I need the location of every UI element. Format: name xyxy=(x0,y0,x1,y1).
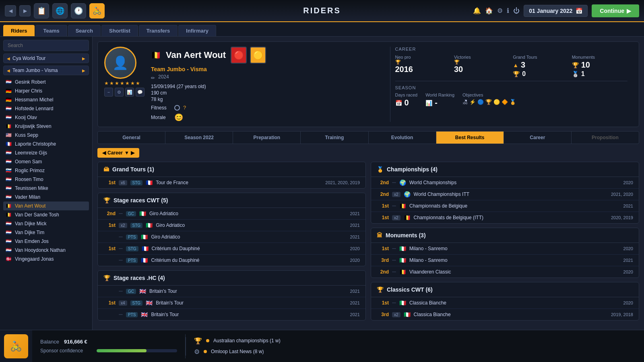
year: 2021 xyxy=(623,204,633,208)
rider-item-van-der-sande-tosh[interactable]: 🇧🇪Van Der Sande Tosh xyxy=(3,210,89,219)
result-row: 1st 🇧🇪 Championnats de Belgique 2021 xyxy=(371,200,639,212)
info-icon[interactable]: ℹ xyxy=(507,7,509,14)
rider-item-roglic-primoz[interactable]: 🇸🇮Roglic Primoz xyxy=(3,166,89,175)
flag: 🇮🇹 xyxy=(141,234,148,240)
action-minus[interactable]: − xyxy=(104,88,113,97)
sidebar: ◀ Cya World Tour ▶ ◀ Team Jumbo - Visma … xyxy=(0,37,93,330)
tab-season-2022[interactable]: Season 2022 xyxy=(165,132,233,144)
result-row: 2nd 🇧🇪 Vlaanderen Classic 2020 xyxy=(371,266,639,278)
clock-icon[interactable]: 🕐 xyxy=(71,3,86,19)
rider-item-van-dijke-mick[interactable]: 🇳🇱Van Dijke Mick xyxy=(3,219,89,228)
result-row: 1st x2 🇧🇪 Championnats de Belgique (ITT)… xyxy=(371,212,639,223)
home-icon[interactable]: 🏠 xyxy=(485,7,493,14)
type: PTS xyxy=(126,312,138,317)
news-trophy-icon: 🏆 xyxy=(194,337,202,345)
rider-item-roosen-timo[interactable]: 🇳🇱Roosen Timo xyxy=(3,175,89,184)
tab-preparation[interactable]: Preparation xyxy=(233,132,301,144)
action-chat[interactable]: 💬 xyxy=(136,88,144,97)
star-7: ★ xyxy=(136,80,140,86)
riders-icon[interactable]: 🚴 xyxy=(89,3,105,19)
rider-item-harper-chris[interactable]: 🇩🇪Harper Chris xyxy=(3,86,89,95)
championships-icon: 🏅 xyxy=(377,166,384,173)
rider-item-kooij-olav[interactable]: 🇳🇱Kooij Olav xyxy=(3,113,89,122)
globe-icon[interactable]: 🌐 xyxy=(52,3,68,19)
page-tabs: General Season 2022 Preparation Training… xyxy=(97,131,639,144)
rider-item-hofstede-lennard[interactable]: 🇳🇱Hofstede Lennard xyxy=(3,104,89,113)
tab-career[interactable]: Career xyxy=(504,132,572,144)
gear-icon[interactable]: ⚙ xyxy=(497,7,503,14)
tdf-flag: 🇫🇷 xyxy=(146,179,153,186)
monuments-title: Monuments (3) xyxy=(386,232,426,239)
career-filter-button[interactable]: ◀ Career ▼ ▶ xyxy=(97,148,139,158)
days-raced-stat: Days raced 📅 0 xyxy=(395,93,418,107)
monuments-label: Monuments xyxy=(572,55,627,60)
career-filter-label: Career xyxy=(107,150,123,156)
news-dot-1 xyxy=(206,339,209,342)
badge xyxy=(119,237,123,237)
rider-item-kruijswijk-steven[interactable]: 🇧🇪Kruijswijk Steven xyxy=(3,122,89,131)
rider-item-laporte-christophe[interactable]: 🇫🇷Laporte Christophe xyxy=(3,140,89,148)
rider-item-vader-milan[interactable]: 🇳🇱Vader Milan xyxy=(3,193,89,202)
stage-hc-title: Stage races .HC (4) xyxy=(114,275,165,281)
rider-name: Kruijswijk Steven xyxy=(15,123,52,129)
tab-best-results[interactable]: Best Results xyxy=(436,132,504,144)
pos: 1st xyxy=(103,246,116,251)
rider-item-oomen-sam[interactable]: 🇳🇱Oomen Sam xyxy=(3,157,89,166)
nav-forward-button[interactable]: ▶ xyxy=(19,5,31,16)
tab-transfers[interactable]: Transfers xyxy=(139,25,178,36)
tdf-badge: x6 xyxy=(119,180,127,185)
tab-infirmary[interactable]: Infirmary xyxy=(178,25,216,36)
rider-item-van-dijke-tim[interactable]: 🇳🇱Van Dijke Tim xyxy=(3,228,89,237)
flag: 🇫🇷 xyxy=(142,245,149,252)
tab-shortlist[interactable]: Shortlist xyxy=(101,25,138,36)
jersey-1: 🔴 xyxy=(231,47,247,64)
name: World Championships xyxy=(409,180,620,185)
menu-icon[interactable]: 📋 xyxy=(34,3,49,19)
result-row: 1st x4 STG 🇬🇧 Britain's Tour 2021 xyxy=(98,297,365,309)
rider-item-vingegaard-jonas[interactable]: 🇩🇰Vingegaard Jonas xyxy=(3,255,89,263)
nav-back-button[interactable]: ◀ xyxy=(5,5,16,16)
grand-tours-2: 0 xyxy=(522,70,526,78)
filter-team[interactable]: ◀ Team Jumbo - Visma ▶ xyxy=(3,66,89,75)
morale-indicator: 😊 xyxy=(174,113,183,122)
career-monuments: Monuments 🏆 10 🥈 1 xyxy=(572,55,627,78)
tab-search[interactable]: Search xyxy=(68,25,101,36)
tab-teams[interactable]: Teams xyxy=(35,25,67,36)
morale-label: Morale xyxy=(151,115,171,120)
rider-item-kuss-sepp[interactable]: 🇺🇸Kuss Sepp xyxy=(3,131,89,140)
calendar-icon[interactable]: 📅 xyxy=(576,8,582,14)
power-icon[interactable]: ⏻ xyxy=(513,7,520,14)
continue-button[interactable]: Continue ▶ xyxy=(592,4,639,17)
tab-training[interactable]: Training xyxy=(301,132,368,144)
rider-item-van-aert-wout[interactable]: 🇧🇪Van Aert Wout xyxy=(3,202,89,210)
name: Giro Adriatico xyxy=(149,211,347,216)
rider-item-van-hooydonck-nathan[interactable]: 🇳🇱Van Hooydonck Nathan xyxy=(3,246,89,255)
name: Britain's Tour xyxy=(156,300,347,306)
name: Championnats de Belgique xyxy=(409,203,620,209)
rider-item-teunissen-mike[interactable]: 🇳🇱Teunissen Mike xyxy=(3,184,89,193)
stage-hc-section: 🏆 Stage races .HC (4) GC 🇬🇧 Britain's To… xyxy=(97,270,366,321)
rider-item-van-emden-jos[interactable]: 🇳🇱Van Emden Jos xyxy=(3,237,89,246)
flag: 🇮🇹 xyxy=(404,311,411,318)
career-stats-grid: Neo pro 🏆 2016 Victories 🏆 30 Grand Tour… xyxy=(395,55,628,78)
jersey-icons: 🔴 🟡 xyxy=(231,47,266,64)
tab-evolution[interactable]: Evolution xyxy=(369,132,436,144)
rider-item-gesink-robert[interactable]: 🇳🇱Gesink Robert xyxy=(3,78,89,86)
filter-world-tour[interactable]: ◀ Cya World Tour ▶ xyxy=(3,53,89,63)
tab-general[interactable]: General xyxy=(98,132,165,144)
year: 2021 xyxy=(350,312,360,317)
star-4: ★ xyxy=(120,80,124,86)
search-input[interactable] xyxy=(3,40,89,51)
bell-icon[interactable]: 🔔 xyxy=(473,7,481,14)
rider-name: Van Aert Wout xyxy=(166,50,226,60)
name: Britain's Tour xyxy=(151,312,347,317)
rider-info: 🇧🇪 Van Aert Wout 🔴 🟡 Team Jumbo - Visma … xyxy=(151,47,384,122)
action-settings[interactable]: ⚙ xyxy=(115,88,124,97)
action-stats[interactable]: 📊 xyxy=(125,88,134,97)
rider-item-leemreize-gijs[interactable]: 🇳🇱Leemreize Gijs xyxy=(3,148,89,157)
result-row: PTS 🇬🇧 Britain's Tour 2021 xyxy=(98,309,365,320)
tab-riders[interactable]: Riders xyxy=(3,25,35,36)
year: 2020, 2019 xyxy=(611,215,633,220)
rider-item-hessmann-michel[interactable]: 🇩🇪Hessmann Michel xyxy=(3,95,89,104)
tab-proposition[interactable]: Proposition xyxy=(572,132,639,144)
